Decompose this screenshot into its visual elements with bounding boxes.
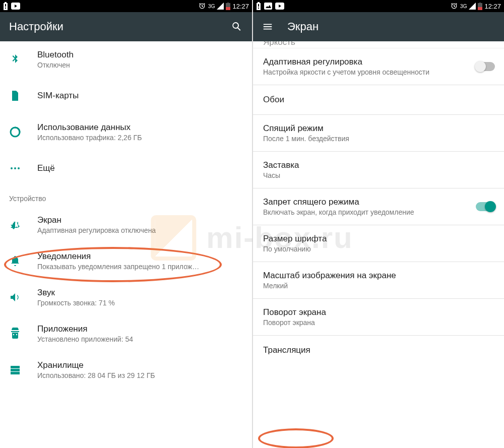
setting-title: Экран [37, 215, 243, 225]
setting-sub: Адаптивная регулировка отключена [37, 226, 243, 234]
svg-rect-2 [227, 3, 229, 4]
app-title: Настройки [9, 20, 231, 33]
svg-rect-3 [226, 7, 230, 10]
setting-sub: Мелкий [263, 282, 495, 290]
network-label: 3G [460, 4, 467, 9]
storage-icon [9, 364, 37, 376]
setting-brightness-partial[interactable]: Яркость [253, 41, 504, 48]
youtube-icon [11, 3, 20, 10]
sim-icon [9, 90, 37, 102]
setting-title: Размер шрифта [263, 234, 495, 244]
setting-sub: После 1 мин. бездействия [263, 135, 495, 143]
battery-icon [478, 3, 482, 10]
prevent-sleep-switch[interactable] [476, 202, 495, 211]
alarm-icon [198, 2, 206, 10]
data-usage-icon [9, 126, 37, 138]
phone-right-display: 3G 12:27 Экран Яркость Адаптивная регули… [252, 0, 504, 448]
setting-data-usage[interactable]: Использование данных Использовано трафик… [0, 114, 252, 150]
svg-point-7 [18, 167, 20, 169]
phone-left-settings: 3G 12:27 Настройки Bluetooth Отключен SI… [0, 0, 252, 448]
status-bar: 3G 12:27 [0, 0, 252, 12]
svg-rect-18 [478, 7, 482, 10]
display-list: Яркость Адаптивная регулировка Настройка… [253, 41, 504, 448]
setting-title: Заставка [263, 160, 495, 170]
adaptive-brightness-switch[interactable] [476, 62, 495, 71]
setting-title: Обои [263, 95, 495, 105]
youtube-icon [275, 3, 284, 10]
setting-sub: Настройка яркости с учетом уровня освеще… [263, 68, 476, 76]
svg-rect-13 [11, 372, 20, 374]
setting-title: Поворот экрана [263, 307, 495, 317]
network-label: 3G [208, 4, 215, 9]
battery-alert-icon [3, 2, 8, 10]
status-bar: 3G 12:27 [253, 0, 504, 12]
signal-icon [217, 3, 224, 10]
setting-prevent-sleep[interactable]: Запрет спящего режима Включать экран, ко… [253, 188, 504, 225]
setting-sub: Установлено приложений: 54 [37, 335, 243, 343]
apps-icon [9, 328, 37, 340]
setting-title: Спящий режим [263, 123, 495, 134]
setting-sub: Часы [263, 171, 495, 179]
sound-icon [9, 291, 37, 303]
setting-sleep[interactable]: Спящий режим После 1 мин. бездействия [253, 115, 504, 151]
setting-sub: Использовано: 28 04 ГБ из 29 12 ГБ [37, 371, 243, 379]
brightness-icon [9, 219, 37, 231]
status-time: 12:27 [232, 3, 249, 10]
battery-icon [226, 3, 230, 10]
setting-apps[interactable]: Приложения Установлено приложений: 54 [0, 315, 252, 352]
setting-title: Приложения [37, 324, 243, 334]
svg-rect-14 [264, 3, 272, 10]
alarm-icon [450, 2, 458, 10]
status-time: 12:27 [484, 3, 501, 10]
setting-notifications[interactable]: Уведомления Показывать уведомления запре… [0, 243, 252, 279]
setting-sub: Громкость звонка: 71 % [37, 299, 243, 307]
setting-rotation[interactable]: Поворот экрана Поворот экрана [253, 299, 504, 335]
app-title: Экран [287, 20, 495, 33]
setting-title: Хранилище [37, 360, 243, 370]
setting-title: Звук [37, 288, 243, 298]
setting-sub: По умолчанию [263, 245, 495, 253]
setting-wallpaper[interactable]: Обои [253, 85, 504, 114]
setting-title: Масштаб изображения на экране [263, 271, 495, 281]
setting-sub: Поворот экрана [263, 318, 495, 327]
setting-sub: Использовано трафика: 2,26 ГБ [37, 134, 243, 142]
svg-point-9 [13, 334, 14, 335]
menu-icon[interactable] [262, 21, 273, 32]
setting-bluetooth[interactable]: Bluetooth Отключен [0, 41, 252, 78]
svg-rect-12 [11, 369, 20, 371]
settings-list: Bluetooth Отключен SIM-карты Использован… [0, 41, 252, 448]
setting-sim[interactable]: SIM-карты [0, 78, 252, 114]
setting-title: Трансляция [263, 345, 495, 355]
image-icon [264, 3, 272, 10]
bell-icon [9, 255, 37, 267]
search-icon[interactable] [231, 21, 243, 33]
setting-display[interactable]: Экран Адаптивная регулировка отключена [0, 207, 252, 243]
svg-point-5 [11, 167, 13, 169]
setting-adaptive-brightness[interactable]: Адаптивная регулировка Настройка яркости… [253, 48, 504, 85]
setting-title: Запрет спящего режима [263, 197, 476, 207]
svg-rect-11 [11, 366, 20, 368]
setting-screensaver[interactable]: Заставка Часы [253, 152, 504, 188]
setting-more[interactable]: Ещё [0, 150, 252, 186]
setting-storage[interactable]: Хранилище Использовано: 28 04 ГБ из 29 1… [0, 352, 252, 388]
setting-sub: Включать экран, когда приходит уведомлен… [263, 208, 476, 216]
svg-rect-17 [479, 3, 481, 4]
app-bar-display: Экран [253, 12, 504, 41]
setting-title: Ещё [37, 163, 243, 173]
more-icon [9, 162, 37, 174]
app-bar-settings: Настройки [0, 12, 252, 41]
setting-sound[interactable]: Звук Громкость звонка: 71 % [0, 279, 252, 315]
setting-sub: Отключен [37, 61, 243, 69]
setting-title: Адаптивная регулировка [263, 57, 476, 67]
setting-font-size[interactable]: Размер шрифта По умолчанию [253, 225, 504, 262]
setting-title: Использование данных [37, 122, 243, 133]
setting-title: Уведомления [37, 251, 243, 262]
section-device: Устройство [0, 186, 252, 207]
svg-point-10 [16, 334, 17, 335]
setting-sub: Показывать уведомления запрещено 1 прило… [37, 263, 243, 271]
bluetooth-icon [9, 53, 37, 66]
setting-display-size[interactable]: Масштаб изображения на экране Мелкий [253, 262, 504, 298]
setting-cast[interactable]: Трансляция [253, 336, 504, 365]
svg-point-6 [14, 167, 16, 169]
battery-alert-icon [256, 2, 261, 10]
